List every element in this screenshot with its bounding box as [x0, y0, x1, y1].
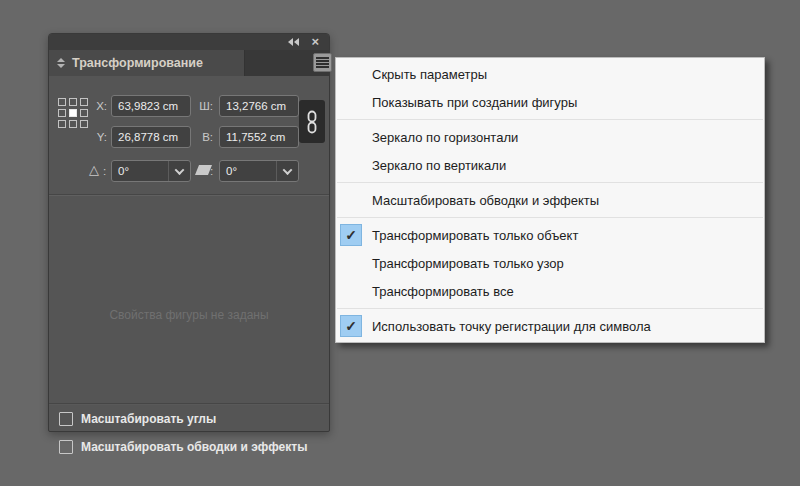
menu-item-flip-vertical[interactable]: Зеркало по вертикали [336, 151, 764, 179]
shear-angle-combo[interactable]: 0° [219, 160, 299, 182]
panel-body: X: Ш: Y: В: △ : 0° : 0° Свойства фигуры … [49, 76, 329, 431]
chain-link-icon [305, 110, 319, 134]
checkbox-label: Масштабировать обводки и эффекты [81, 440, 307, 454]
menu-item-flip-horizontal[interactable]: Зеркало по горизонтали [336, 123, 764, 151]
chevron-down-icon [175, 165, 185, 175]
panel-flyout-menu: Скрыть параметры Показывать при создании… [335, 57, 765, 343]
panel-tab-bar: Трансформирование [49, 50, 329, 76]
section-divider [49, 194, 329, 196]
transform-panel: × Трансформирование X: Ш: Y: В: [48, 33, 330, 432]
shear-colon: : [210, 165, 213, 177]
width-label: Ш: [191, 100, 213, 112]
checkmark-icon: ✓ [340, 315, 362, 337]
checkmark-icon: ✓ [340, 224, 362, 246]
shape-properties-empty-text: Свойства фигуры не заданы [49, 308, 329, 322]
checkbox-unchecked-icon[interactable] [59, 412, 73, 426]
menu-item-transform-pattern-only[interactable]: Трансформировать только узор [336, 249, 764, 277]
constrain-proportions-button[interactable] [299, 100, 325, 143]
checkbox-unchecked-icon[interactable] [59, 440, 73, 454]
menu-separator [337, 308, 763, 309]
flyout-menu-button[interactable] [313, 53, 332, 72]
rotate-angle-combo[interactable]: 0° [111, 160, 191, 182]
menu-item-hide-options[interactable]: Скрыть параметры [336, 60, 764, 88]
rotate-colon: : [103, 165, 106, 177]
shear-angle-value[interactable]: 0° [220, 165, 276, 177]
menu-item-show-on-shape-creation[interactable]: Показывать при создании фигуры [336, 88, 764, 116]
scale-strokes-effects-checkbox-row[interactable]: Масштабировать обводки и эффекты [59, 440, 307, 454]
x-input[interactable] [111, 95, 191, 117]
reference-point-selector[interactable] [58, 98, 88, 128]
section-divider [49, 403, 329, 405]
menu-separator [337, 119, 763, 120]
width-input[interactable] [219, 95, 299, 117]
collapse-to-icons-icon[interactable] [288, 38, 299, 46]
height-input[interactable] [219, 126, 299, 148]
scale-corners-checkbox-row[interactable]: Масштабировать углы [59, 412, 216, 426]
y-input[interactable] [111, 126, 191, 148]
panel-title: Трансформирование [72, 56, 203, 70]
x-label: X: [85, 100, 107, 112]
menu-item-transform-object-only[interactable]: ✓ Трансформировать только объект [336, 221, 764, 249]
menu-item-transform-both[interactable]: Трансформировать все [336, 277, 764, 305]
menu-separator [337, 217, 763, 218]
hamburger-icon [316, 57, 329, 68]
tab-transform[interactable]: Трансформирование [49, 50, 245, 76]
panel-cycle-icon[interactable] [57, 58, 65, 68]
menu-separator [337, 182, 763, 183]
height-label: В: [191, 131, 213, 143]
reference-point-center[interactable] [69, 109, 77, 117]
menu-item-use-registration-point-for-symbol[interactable]: ✓ Использовать точку регистрации для сим… [336, 312, 764, 340]
rotate-dropdown[interactable] [168, 161, 190, 181]
panel-header-bar: × [49, 34, 329, 50]
y-label: Y: [85, 131, 107, 143]
checkbox-label: Масштабировать углы [81, 412, 216, 426]
chevron-down-icon [283, 165, 293, 175]
rotate-angle-value[interactable]: 0° [112, 165, 168, 177]
close-icon[interactable]: × [311, 37, 319, 47]
menu-item-scale-strokes-effects[interactable]: Масштабировать обводки и эффекты [336, 186, 764, 214]
rotate-angle-icon: △ [89, 162, 99, 177]
shear-dropdown[interactable] [276, 161, 298, 181]
